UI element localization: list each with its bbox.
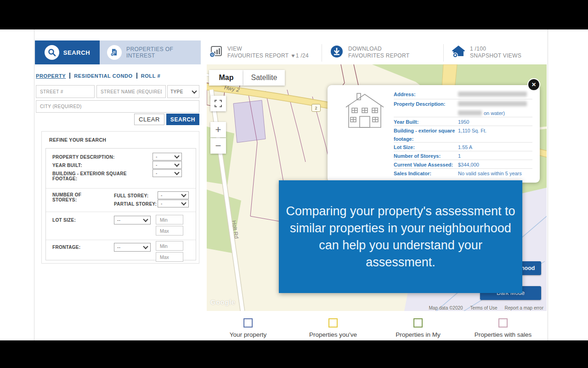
building-sqft-label-line2: FOOTAGE: — [52, 176, 77, 181]
street-type-select[interactable]: TYPE — [167, 85, 199, 98]
app-left-border — [34, 29, 34, 340]
card-row-lot-size: Lot Size: 1.55 A — [394, 143, 532, 151]
divider — [46, 240, 196, 240]
chevron-down-icon — [174, 161, 179, 167]
heart-icon: ♥ — [291, 52, 294, 59]
frontage-label: FRONTAGE: — [52, 245, 80, 250]
frontage-min-input[interactable] — [156, 241, 183, 251]
description-value-redacted — [458, 101, 527, 106]
zoom-in-button[interactable]: + — [210, 122, 226, 138]
your-property-swatch — [243, 318, 253, 328]
close-icon[interactable]: ✕ — [528, 79, 539, 90]
snapshot-views-icon — [452, 45, 465, 60]
view-favourites-line2: FAVOURITES REPORT — [227, 52, 288, 59]
map-data-credit: Map data ©2020 — [429, 305, 463, 310]
map-view-label: Map — [219, 74, 234, 82]
header-divider — [322, 44, 322, 62]
tab-search[interactable]: SEARCH — [35, 40, 100, 64]
clear-button[interactable]: CLEAR — [134, 114, 164, 125]
frontage-unit-select[interactable]: -- — [114, 243, 151, 252]
building-value: 1,110 Sq. Ft. — [458, 128, 486, 134]
tab-properties-of-interest[interactable]: PROPERTIES OF INTEREST — [100, 40, 201, 64]
zoom-out-button[interactable]: − — [210, 138, 226, 154]
tab-roll-number[interactable]: ROLL # — [141, 73, 161, 79]
partial-storey-select[interactable]: - — [158, 200, 189, 207]
selected-value: -- — [117, 245, 120, 250]
terms-of-use-link[interactable]: Terms of Use — [470, 305, 498, 310]
fullscreen-icon — [215, 100, 222, 107]
tab-separator — [69, 73, 70, 79]
view-favourites-report-icon — [209, 45, 223, 60]
lot-size-max-input[interactable] — [156, 226, 183, 236]
card-row-description: Property Description: — [394, 99, 532, 109]
description-label: Property Description: — [394, 101, 458, 107]
map-view-button[interactable]: Map — [209, 70, 243, 86]
card-row-storeys: Number of Storeys: 1 — [394, 151, 532, 160]
card-row-description2: on water) — [394, 109, 532, 117]
properties-youve-swatch — [328, 318, 338, 328]
building-label-line2: footage: — [394, 136, 458, 142]
description-value2-redacted — [458, 110, 482, 115]
fullscreen-button[interactable] — [210, 96, 226, 111]
legend-label: Properties with sales — [475, 331, 532, 338]
building-sqft-label-line1: BUILDING - EXTERIOR SQUARE — [52, 171, 127, 176]
lot-size-label: LOT SIZE: — [52, 218, 76, 223]
full-storey-label: FULL STOREY: — [114, 193, 148, 198]
map-attribution: Map data ©2020 Terms of Use Report a map… — [429, 305, 543, 310]
properties-of-interest-icon — [107, 45, 122, 60]
tab-snapshot-views[interactable]: 1 /100 SNAPSHOT VIEWS — [443, 40, 547, 64]
tab-property[interactable]: PROPERTY — [36, 73, 66, 79]
frontage-max-input[interactable] — [156, 252, 183, 262]
property-info-card: Address: Property Description: on water)… — [328, 85, 540, 183]
legend-label: Your property — [230, 331, 267, 338]
download-line1: DOWNLOAD — [348, 46, 409, 52]
lot-size-unit-select[interactable]: -- — [114, 216, 151, 224]
tab-separator — [136, 73, 137, 79]
report-map-error-link[interactable]: Report a map error — [505, 305, 543, 310]
chevron-down-icon — [143, 217, 148, 222]
selected-value: - — [156, 162, 158, 167]
street-number-input[interactable] — [36, 85, 95, 98]
card-row-address: Address: — [394, 90, 532, 99]
city-input[interactable] — [36, 100, 199, 113]
year-built-select[interactable]: - — [153, 161, 182, 169]
chevron-down-icon — [174, 170, 179, 175]
chevron-down-icon — [174, 153, 179, 158]
view-favourites-line1: VIEW — [227, 46, 309, 52]
property-description-label: PROPERTY DESCRIPTION: — [52, 155, 115, 160]
tab-view-favourites-report[interactable]: VIEW FAVOURITES REPORT ♥ 1 /24 — [201, 40, 322, 64]
header-divider — [443, 44, 444, 62]
tab-residential-condo[interactable]: RESIDENTIAL CONDO — [74, 73, 132, 79]
partial-storey-label: PARTIAL STOREY: — [114, 201, 157, 207]
search-icon — [45, 45, 59, 60]
building-sqft-select[interactable]: - — [153, 169, 182, 177]
search-type-tabs: PROPERTY RESIDENTIAL CONDO ROLL # — [36, 73, 160, 79]
legend-item-properties-with-sales: Properties with sales — [452, 318, 554, 338]
selected-value: -- — [117, 218, 120, 223]
selected-value: - — [161, 193, 163, 198]
street-name-input[interactable] — [96, 85, 166, 98]
selected-value: - — [156, 154, 158, 159]
app-right-border — [548, 29, 548, 340]
full-storey-select[interactable]: - — [158, 191, 189, 199]
refine-search-panel: REFINE YOUR SEARCH PROPERTY DESCRIPTION:… — [41, 131, 199, 264]
lot-size-value: 1.55 A — [458, 144, 472, 150]
lot-size-min-input[interactable] — [156, 215, 183, 224]
overlay-message: Comparing your property's assessment to … — [284, 203, 517, 271]
top-letterbox-bar — [0, 0, 588, 29]
favourites-count: 1 /24 — [296, 52, 309, 59]
storeys-label-line1: NUMBER OF — [52, 192, 81, 197]
download-icon — [330, 45, 344, 60]
building-label-line1: Building - exterior square — [394, 128, 464, 134]
tab-download-favourites-report[interactable]: DOWNLOAD FAVOURITES REPORT — [322, 40, 443, 64]
satellite-view-button[interactable]: Satellite — [243, 70, 285, 86]
legend-label: Properties in My — [396, 331, 441, 338]
legend-label: Properties you've — [309, 331, 357, 338]
property-description-select[interactable]: - — [153, 153, 182, 161]
sales-label: Sales Indicator: — [394, 171, 458, 177]
refine-inner-box: PROPERTY DESCRIPTION: - YEAR BUILT: - BU… — [45, 148, 196, 260]
properties-with-sales-swatch — [498, 318, 508, 328]
address-value-redacted — [458, 92, 527, 97]
storeys-label: Number of Storeys: — [394, 153, 458, 159]
search-button[interactable]: SEARCH — [166, 114, 199, 125]
